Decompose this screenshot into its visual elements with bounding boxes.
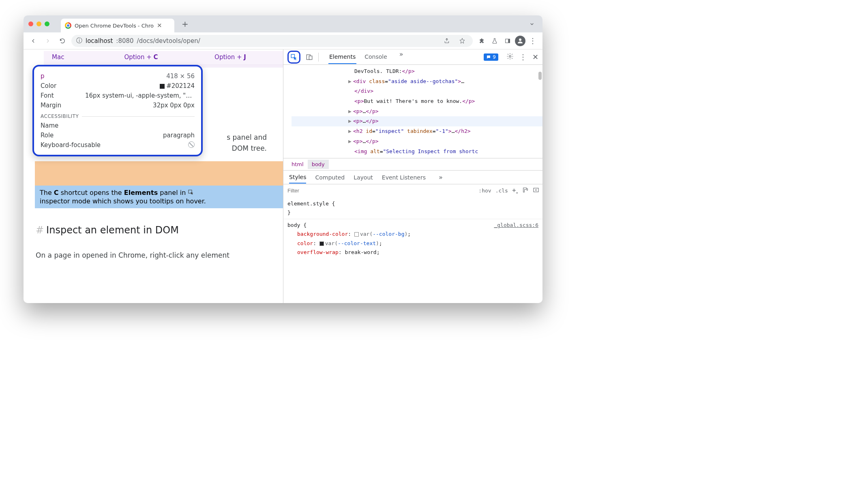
settings-icon[interactable] [506, 53, 514, 61]
tooltip-margin-value: 32px 0px 0px [153, 102, 195, 109]
bookmark-icon[interactable] [457, 35, 468, 47]
devtools-close-icon[interactable]: ✕ [532, 53, 538, 61]
main-content: Mac Option + C Option + J s panel and DO… [24, 49, 542, 303]
tab-close-icon[interactable]: ✕ [157, 22, 162, 29]
devtools-toolbar: Elements Console » 9 ⋮ ✕ [283, 49, 542, 65]
color-swatch-icon[interactable] [319, 241, 324, 246]
styles-rules[interactable]: element.style { } body {_global.scss:6 b… [283, 197, 542, 259]
inspect-element-button[interactable] [287, 51, 300, 64]
more-subtabs-icon[interactable]: » [439, 173, 443, 181]
tooltip-keyboard-label: Keyboard-focusable [41, 141, 101, 149]
browser-menu-icon[interactable]: ⋮ [527, 35, 538, 47]
color-swatch-icon [160, 84, 165, 89]
table-os-label: Mac [52, 53, 96, 61]
close-window-button[interactable] [28, 21, 33, 26]
tooltip-role-value: paragraph [163, 132, 195, 139]
hov-toggle[interactable]: :hov [478, 188, 491, 194]
dom-breadcrumb: html body [283, 158, 542, 170]
maximize-window-button[interactable] [45, 21, 49, 26]
share-icon[interactable] [441, 35, 452, 47]
svg-rect-1 [508, 39, 510, 43]
styles-subtabs: Styles Computed Layout Event Listeners » [283, 170, 542, 184]
tooltip-dimensions: 418 × 56 [166, 73, 195, 80]
svg-rect-8 [534, 188, 538, 192]
color-swatch-icon[interactable] [354, 232, 359, 237]
minimize-window-button[interactable] [36, 21, 41, 26]
labs-icon[interactable] [489, 35, 500, 47]
back-button[interactable] [28, 35, 39, 47]
subtab-styles[interactable]: Styles [289, 171, 306, 184]
svg-rect-6 [309, 56, 312, 60]
tooltip-role-label: Role [41, 132, 54, 139]
inspect-tooltip: p 418 × 56 Color #202124 Font 16px syste… [32, 65, 203, 156]
url-port: :8080 [116, 37, 133, 45]
profile-avatar[interactable] [515, 36, 525, 46]
devtools-panel: Elements Console » 9 ⋮ ✕ DevTools. T [283, 49, 542, 303]
crumb-body[interactable]: body [308, 160, 329, 169]
tooltip-color-value: #202124 [160, 82, 195, 90]
site-info-icon[interactable]: ⓘ [76, 37, 82, 45]
tooltip-name-label: Name [41, 122, 58, 129]
tabs-dropdown-icon[interactable] [526, 18, 538, 30]
tooltip-a11y-header: ACCESSIBILITY [41, 113, 79, 119]
anchor-hash-icon[interactable]: # [36, 224, 44, 236]
inspect-inline-icon [188, 189, 194, 197]
scrollbar-thumb[interactable] [538, 72, 542, 80]
titlebar: Open Chrome DevTools - Chro ✕ + [24, 15, 542, 32]
browser-tab[interactable]: Open Chrome DevTools - Chro ✕ [61, 19, 174, 32]
body-paragraph: On a page in opened in Chrome, right-cli… [36, 250, 267, 261]
styles-filter-input[interactable] [283, 188, 474, 194]
device-toggle-icon[interactable] [304, 53, 314, 61]
table-cell-option-c: Option + C [96, 53, 186, 61]
subtab-computed[interactable]: Computed [315, 172, 345, 183]
highlighted-paragraph: The C shortcut opens the Elements panel … [35, 186, 283, 208]
issues-badge[interactable]: 9 [484, 53, 498, 61]
panel-toggle-icon[interactable] [533, 187, 539, 194]
source-link[interactable]: _global.scss:6 [494, 221, 538, 230]
paint-icon[interactable] [522, 187, 529, 194]
cls-toggle[interactable]: .cls [495, 188, 508, 194]
favicon-chrome-icon [65, 22, 71, 29]
rendered-page: Mac Option + C Option + J s panel and DO… [24, 49, 283, 303]
browser-toolbar: ⓘ localhost:8080/docs/devtools/open/ [24, 32, 542, 49]
sidepanel-icon[interactable] [502, 35, 513, 47]
table-cell-option-j: Option + J [186, 53, 275, 61]
more-tabs-icon[interactable]: » [399, 50, 403, 64]
dom-tree[interactable]: DevTools. TLDR:</p> ▶<div class="aside a… [283, 65, 542, 158]
tab-title: Open Chrome DevTools - Chro [75, 23, 154, 29]
section-heading: #Inspect an element in DOM [36, 222, 267, 238]
styles-filter-bar: :hov .cls +▾ [283, 184, 542, 197]
address-bar[interactable]: ⓘ localhost:8080/docs/devtools/open/ [71, 35, 473, 47]
svg-point-2 [519, 38, 521, 41]
reload-button[interactable] [57, 35, 68, 47]
devtools-menu-icon[interactable]: ⋮ [519, 53, 527, 61]
not-focusable-icon [188, 141, 195, 148]
svg-point-7 [509, 56, 511, 58]
tooltip-font-value: 16px system-ui, -apple-system, "syste… [85, 92, 195, 99]
new-style-rule-icon[interactable]: +▾ [512, 186, 518, 195]
new-tab-button[interactable]: + [182, 19, 189, 29]
url-host: localhost [86, 37, 113, 45]
forward-button[interactable] [42, 35, 54, 47]
url-path: /docs/devtools/open/ [137, 37, 200, 45]
tooltip-tag-name: p [41, 73, 45, 80]
browser-window: Open Chrome DevTools - Chro ✕ + ⓘ localh… [24, 15, 542, 303]
tooltip-color-label: Color [41, 82, 56, 90]
tab-elements[interactable]: Elements [328, 50, 356, 64]
subtab-layout[interactable]: Layout [354, 172, 373, 183]
devtools-main-tabs: Elements Console » [328, 50, 403, 64]
crumb-html[interactable]: html [287, 160, 308, 169]
tab-console[interactable]: Console [364, 50, 388, 64]
tooltip-margin-label: Margin [41, 102, 61, 109]
subtab-event-listeners[interactable]: Event Listeners [382, 172, 426, 183]
tooltip-font-label: Font [41, 92, 54, 99]
extensions-icon[interactable] [476, 35, 487, 47]
toolbar-right-icons: ⋮ [476, 35, 538, 47]
element-style-rule: element.style { [287, 199, 538, 208]
window-controls [28, 21, 49, 26]
